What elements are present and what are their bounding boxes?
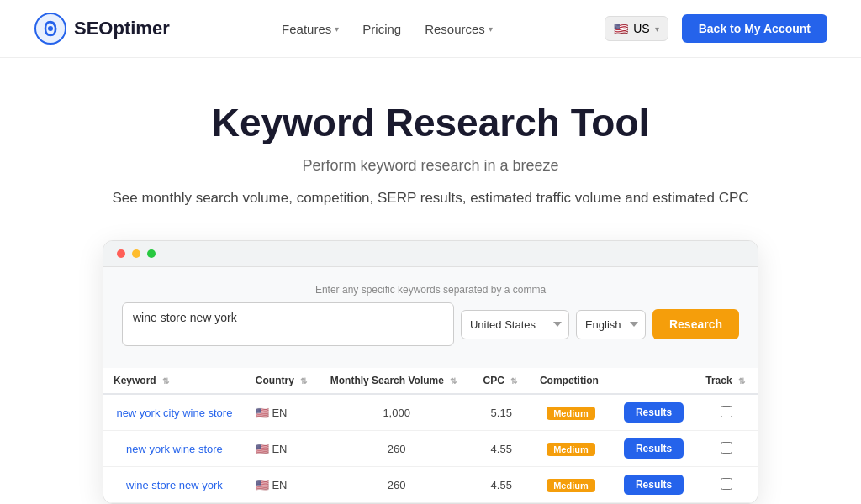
cell-cpc: 4.55 [473, 431, 530, 467]
nav-resources[interactable]: Resources ▾ [425, 22, 493, 36]
resources-chevron-icon: ▾ [489, 24, 493, 34]
back-to-account-button[interactable]: Back to My Account [682, 14, 827, 43]
table-row: wine store new york 🇺🇸 EN 260 4.55 Mediu… [103, 467, 758, 503]
col-cpc: CPC ⇅ [473, 368, 530, 394]
col-country: Country ⇅ [246, 368, 320, 394]
cpc-sort-icon: ⇅ [510, 376, 517, 386]
cell-volume: 260 [320, 467, 473, 503]
language-select[interactable]: English Spanish French [576, 310, 646, 339]
cell-volume: 1,000 [320, 394, 473, 431]
track-checkbox[interactable] [721, 442, 732, 454]
cell-track[interactable] [695, 394, 758, 431]
logo-icon [34, 12, 67, 45]
browser-mockup: Enter any specific keywords separated by… [103, 240, 758, 504]
search-area: Enter any specific keywords separated by… [103, 267, 758, 354]
nav-pricing[interactable]: Pricing [362, 22, 401, 36]
track-checkbox[interactable] [721, 406, 732, 417]
nav-right: 🇺🇸 US ▾ Back to My Account [605, 14, 827, 43]
country-select[interactable]: United States United Kingdom Canada [461, 310, 569, 339]
country-sort-icon: ⇅ [300, 376, 307, 386]
keyword-input[interactable]: wine store new york [122, 302, 454, 346]
track-sort-icon: ⇅ [738, 376, 745, 386]
hero-description: See monthly search volume, competition, … [103, 190, 758, 207]
results-button[interactable]: Results [624, 402, 684, 423]
browser-chrome [103, 241, 758, 267]
hero-section: Keyword Research Tool Perform keyword re… [0, 58, 861, 504]
cell-cpc: 4.55 [473, 467, 530, 503]
search-row: wine store new york United States United… [122, 302, 739, 346]
nav-items: Features ▾ Pricing Resources ▾ [282, 22, 493, 36]
cell-country: 🇺🇸 EN [246, 467, 320, 503]
features-chevron-icon: ▾ [335, 24, 339, 34]
cell-results-btn[interactable]: Results [612, 467, 695, 503]
table-row: new york wine store 🇺🇸 EN 260 4.55 Mediu… [103, 431, 758, 467]
col-track: Track ⇅ [695, 368, 758, 394]
research-button[interactable]: Research [652, 309, 739, 339]
logo-text: SEOptimer [74, 18, 170, 39]
hero-subtitle: Perform keyword research in a breeze [17, 157, 844, 175]
svg-point-1 [48, 26, 53, 31]
cell-competition: Medium [530, 394, 612, 431]
cell-track[interactable] [695, 431, 758, 467]
language-selector[interactable]: 🇺🇸 US ▾ [605, 16, 668, 41]
volume-sort-icon: ⇅ [450, 376, 457, 386]
results-button[interactable]: Results [624, 475, 684, 495]
results-table: Keyword ⇅ Country ⇅ Monthly Search Volum… [103, 368, 758, 503]
cell-keyword: new york wine store [103, 431, 246, 467]
cell-competition: Medium [530, 467, 612, 503]
cell-keyword: new york city wine store [103, 394, 246, 431]
browser-maximize-dot [147, 249, 156, 258]
col-competition: Competition [530, 368, 612, 394]
col-keyword: Keyword ⇅ [103, 368, 246, 394]
cell-track[interactable] [695, 467, 758, 503]
navbar: SEOptimer Features ▾ Pricing Resources ▾… [0, 0, 861, 58]
cell-competition: Medium [530, 431, 612, 467]
nav-features[interactable]: Features ▾ [282, 22, 339, 36]
cell-country: 🇺🇸 EN [246, 431, 320, 467]
us-flag-icon: 🇺🇸 [614, 22, 628, 35]
browser-minimize-dot [132, 249, 140, 258]
cell-cpc: 5.15 [473, 394, 530, 431]
logo[interactable]: SEOptimer [34, 12, 170, 45]
track-checkbox[interactable] [721, 478, 732, 490]
cell-volume: 260 [320, 431, 473, 467]
browser-close-dot [117, 249, 125, 258]
hero-title: Keyword Research Tool [17, 100, 844, 145]
table-row: new york city wine store 🇺🇸 EN 1,000 5.1… [103, 394, 758, 431]
col-results [612, 368, 695, 394]
cell-country: 🇺🇸 EN [246, 394, 320, 431]
table-header-row: Keyword ⇅ Country ⇅ Monthly Search Volum… [103, 368, 758, 394]
cell-keyword: wine store new york [103, 467, 246, 503]
keyword-sort-icon: ⇅ [162, 376, 169, 386]
results-button[interactable]: Results [624, 438, 684, 459]
cell-results-btn[interactable]: Results [612, 431, 695, 467]
col-volume: Monthly Search Volume ⇅ [320, 368, 473, 394]
cell-results-btn[interactable]: Results [612, 394, 695, 431]
flag-chevron-icon: ▾ [655, 24, 659, 34]
search-label: Enter any specific keywords separated by… [122, 284, 739, 296]
